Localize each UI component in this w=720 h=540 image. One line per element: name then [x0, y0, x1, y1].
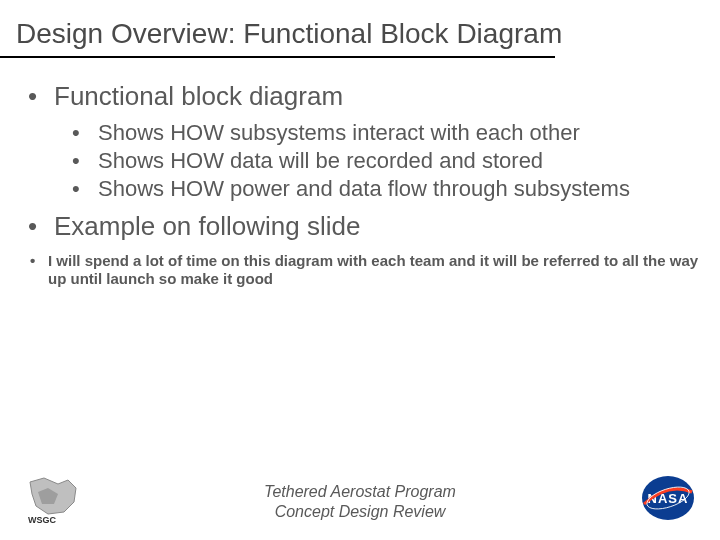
bullet-list-level1: Functional block diagram Shows HOW subsy… [26, 82, 704, 242]
bullet-1-3: Shows HOW power and data flow through su… [66, 176, 704, 202]
bullet-1-text: Functional block diagram [54, 81, 343, 111]
slide-body: Functional block diagram Shows HOW subsy… [16, 82, 704, 289]
bullet-list-level2: Shows HOW subsystems interact with each … [66, 120, 704, 202]
slide-title: Design Overview: Functional Block Diagra… [16, 18, 704, 50]
nasa-logo-icon: NASA [640, 474, 696, 522]
slide: Design Overview: Functional Block Diagra… [0, 0, 720, 540]
bullet-2: Example on following slide [26, 212, 704, 242]
svg-text:WSGC: WSGC [28, 515, 56, 524]
emphasis-note: I will spend a lot of time on this diagr… [26, 252, 704, 290]
footer-line-1: Tethered Aerostat Program [264, 482, 456, 502]
bullet-1: Functional block diagram Shows HOW subsy… [26, 82, 704, 202]
nasa-logo: NASA [640, 474, 696, 522]
svg-text:NASA: NASA [648, 491, 689, 506]
bullet-1-1: Shows HOW subsystems interact with each … [66, 120, 704, 146]
footer-line-2: Concept Design Review [264, 502, 456, 522]
wsgc-logo-icon: WSGC [24, 474, 88, 524]
title-underline [0, 56, 555, 58]
bullet-1-2: Shows HOW data will be recorded and stor… [66, 148, 704, 174]
wsgc-logo: WSGC [24, 474, 88, 524]
footer-text: Tethered Aerostat Program Concept Design… [264, 482, 456, 522]
slide-footer: WSGC Tethered Aerostat Program Concept D… [0, 464, 720, 528]
